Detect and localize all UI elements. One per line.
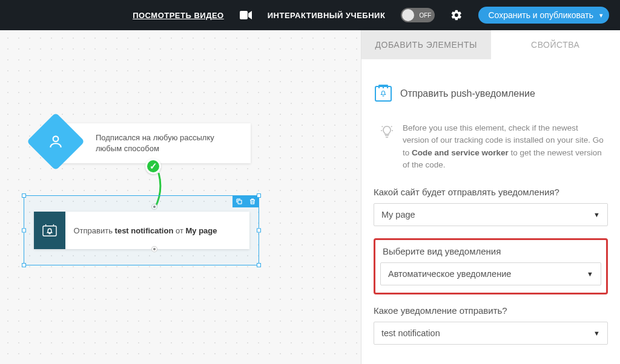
watch-video-link[interactable]: ПОСМОТРЕТЬ ВИДЕО: [133, 11, 224, 20]
duplicate-icon[interactable]: [232, 195, 246, 207]
action-node-text: Отправить test notification от My page: [65, 226, 217, 235]
selection-handle[interactable]: [22, 193, 26, 198]
lightbulb-icon: [380, 125, 394, 171]
panel-content: Отправить push-уведомление Before you us…: [361, 59, 620, 363]
selection-handle[interactable]: [257, 229, 261, 233]
app-header: ПОСМОТРЕТЬ ВИДЕО ИНТЕРАКТИВНЫЙ УЧЕБНИК O…: [0, 0, 620, 30]
site-select[interactable]: My page ▼: [374, 203, 608, 226]
site-field-label: Какой сайт будет отправлять уведомления?: [374, 187, 608, 197]
gear-icon[interactable]: [450, 9, 463, 21]
trigger-node-text: Подписался на любую рассылку любым спосо…: [56, 132, 251, 154]
hint-text: Before you use this element, check if th…: [403, 122, 604, 171]
tab-properties[interactable]: СВОЙСТВА: [491, 30, 621, 59]
action-node[interactable]: Отправить test notification от My page: [34, 212, 249, 249]
chevron-down-icon: ▼: [593, 211, 600, 218]
selection-handle[interactable]: [257, 263, 261, 267]
notification-select[interactable]: test notification ▼: [374, 322, 608, 345]
svg-rect-2: [238, 200, 242, 204]
tutorial-label: ИНТЕРАКТИВНЫЙ УЧЕБНИК: [268, 11, 386, 20]
sidebar-tabs: ДОБАВИТЬ ЭЛЕМЕНТЫ СВОЙСТВА: [361, 30, 620, 59]
selection-handle[interactable]: [22, 229, 26, 233]
trigger-diamond-icon: [27, 112, 85, 171]
chevron-down-icon: ▼: [587, 270, 593, 278]
action-node-selection[interactable]: Отправить test notification от My page: [24, 195, 259, 265]
svg-rect-0: [240, 11, 248, 19]
toggle-state-text: OFF: [419, 12, 431, 19]
properties-sidebar: ДОБАВИТЬ ЭЛЕМЕНТЫ СВОЙСТВА Отправить pus…: [361, 30, 620, 364]
connector-check-icon: ✓: [145, 158, 161, 174]
svg-rect-3: [43, 226, 56, 236]
type-select[interactable]: Автоматическое уведомление ▼: [380, 262, 601, 285]
notification-field-label: Какое уведомление отправить?: [374, 305, 608, 316]
selection-handle[interactable]: [257, 193, 261, 198]
svg-point-1: [53, 136, 59, 141]
panel-heading: Отправить push-уведомление: [375, 86, 608, 102]
workspace: Подписался на любую рассылку любым спосо…: [0, 30, 620, 364]
notification-select-value: test notification: [381, 328, 440, 338]
connector-bottom-dot[interactable]: [152, 247, 157, 252]
selection-handle[interactable]: [22, 263, 26, 267]
site-field: Какой сайт будет отправлять уведомления?…: [374, 187, 608, 226]
chevron-down-icon: ▼: [593, 330, 600, 337]
tab-add-elements[interactable]: ДОБАВИТЬ ЭЛЕМЕНТЫ: [361, 30, 491, 59]
tutorial-toggle[interactable]: OFF: [401, 8, 435, 22]
flow-canvas[interactable]: Подписался на любую рассылку любым спосо…: [0, 30, 361, 364]
camera-icon: [240, 11, 252, 19]
site-select-value: My page: [381, 210, 415, 219]
notification-type-highlight: Выберите вид уведомления Автоматическое …: [374, 238, 608, 294]
toggle-knob: [402, 9, 414, 21]
push-panel-icon: [375, 86, 392, 102]
notification-field: Какое уведомление отправить? test notifi…: [374, 305, 608, 345]
save-publish-button[interactable]: Сохранить и опубликовать: [478, 7, 609, 24]
trigger-node[interactable]: Подписался на любую рассылку любым спосо…: [56, 123, 251, 163]
type-field-label: Выберите вид уведомления: [383, 246, 601, 256]
panel-title: Отправить push-уведомление: [400, 88, 535, 99]
node-toolbar: [232, 195, 259, 207]
type-field: Выберите вид уведомления Автоматическое …: [380, 246, 601, 285]
push-notification-icon: [34, 212, 65, 249]
hint-box: Before you use this element, check if th…: [374, 122, 608, 187]
type-select-value: Автоматическое уведомление: [388, 269, 511, 279]
